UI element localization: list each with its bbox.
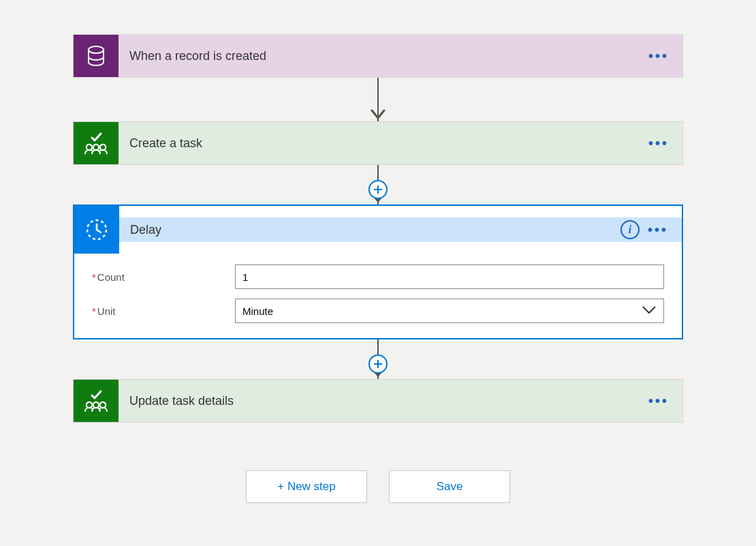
update-task-title: Update task details ••• [119, 380, 682, 422]
delay-title-text: Delay [130, 223, 161, 237]
delay-body: *Count *Unit Minute [74, 254, 682, 338]
unit-row: *Unit Minute [92, 299, 664, 323]
update-task-menu-button[interactable]: ••• [644, 389, 673, 413]
info-button[interactable]: i [620, 220, 640, 239]
create-task-title: Create a task ••• [119, 122, 682, 164]
delay-header[interactable]: Delay i ••• [119, 217, 682, 242]
trigger-menu-button[interactable]: ••• [644, 44, 673, 68]
unit-select[interactable]: Minute [235, 299, 664, 323]
save-button[interactable]: Save [389, 470, 510, 503]
database-icon [74, 35, 119, 77]
count-input[interactable] [235, 264, 664, 289]
add-step-button[interactable] [368, 180, 388, 199]
unit-label: *Unit [92, 305, 235, 317]
new-step-button[interactable]: + New step [246, 470, 367, 503]
create-task-menu-button[interactable]: ••• [644, 131, 673, 155]
chevron-down-icon [642, 305, 657, 317]
planner-icon [74, 380, 119, 422]
add-step-button[interactable] [368, 354, 388, 374]
count-row: *Count [92, 264, 664, 289]
planner-icon [74, 122, 119, 164]
create-task-title-text: Create a task [129, 136, 202, 151]
trigger-card[interactable]: When a record is created ••• [73, 34, 683, 78]
footer: + New step Save [246, 470, 510, 503]
trigger-title-text: When a record is created [129, 49, 266, 63]
update-task-title-text: Update task details [129, 394, 234, 408]
flow-canvas: When a record is created ••• [0, 0, 756, 503]
delay-menu-button[interactable]: ••• [644, 217, 672, 242]
trigger-title: When a record is created ••• [119, 35, 682, 77]
count-label: *Count [92, 271, 235, 283]
delay-card: Delay i ••• *Count *Unit Minute [73, 204, 683, 339]
unit-selected-value: Minute [242, 305, 273, 317]
svg-point-0 [89, 46, 104, 53]
schedule-icon [74, 206, 119, 254]
update-task-card[interactable]: Update task details ••• [73, 379, 683, 423]
create-task-card[interactable]: Create a task ••• [73, 121, 683, 165]
